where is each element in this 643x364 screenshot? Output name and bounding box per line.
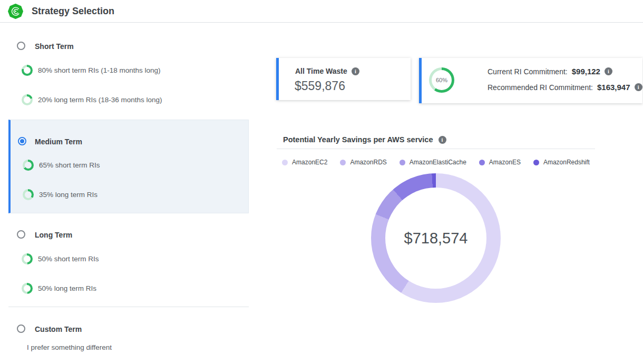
donut-center-total: $718,574 <box>371 173 501 303</box>
progress-ring-80 <box>22 65 33 76</box>
recommended-ri-commitment-value: $163,947 <box>597 83 630 92</box>
current-ri-commitment-value: $99,122 <box>572 67 600 76</box>
current-ri-commitment-label: Current RI Commitment: <box>488 67 568 76</box>
current-ri-commitment-row: Current RI Commitment: $99,122 i <box>488 67 612 76</box>
legend-dot <box>282 160 288 165</box>
legend-item-amazonec2[interactable]: AmazonEC2 <box>282 159 327 166</box>
progress-ring-50 <box>22 253 33 264</box>
split-label: 50% short term RIs <box>38 255 99 263</box>
long-term-split-row: 50% short term RIs <box>22 253 99 264</box>
cloudability-logo-icon <box>8 4 23 19</box>
page-title: Strategy Selection <box>32 0 114 22</box>
legend-item-amazones[interactable]: AmazonES <box>479 159 521 166</box>
all-time-waste-value: $559,876 <box>295 79 345 93</box>
utilization-percent-label: 60% <box>436 77 447 83</box>
radio-long-term[interactable] <box>17 230 25 239</box>
savings-donut-chart[interactable]: $718,574 <box>371 173 501 303</box>
sidebar-item-medium-term[interactable]: Medium Term <box>35 137 82 146</box>
split-label: 50% long term RIs <box>38 284 96 292</box>
selected-strategy-panel: Medium Term 65% short term RIs 35% long … <box>8 120 249 213</box>
sidebar-divider <box>8 307 249 307</box>
page-header: Strategy Selection <box>0 0 643 23</box>
recommended-ri-commitment-label: Recommended RI Commitment: <box>488 83 593 92</box>
strategy-selection-page: Strategy Selection Short Term 80% short … <box>0 0 643 364</box>
radio-custom-term[interactable] <box>17 324 25 333</box>
all-time-waste-card: All Time Waste i $559,876 <box>276 58 411 100</box>
chart-legend: AmazonEC2 AmazonRDS AmazonElastiCache Am… <box>277 159 595 166</box>
info-icon[interactable]: i <box>352 67 359 75</box>
radio-medium-term[interactable] <box>18 137 26 145</box>
split-label: 35% long term RIs <box>39 191 98 199</box>
progress-ring-50 <box>22 283 33 294</box>
info-icon[interactable]: i <box>635 83 642 91</box>
recommended-ri-commitment-row: Recommended RI Commitment: $163,947 i <box>488 83 642 92</box>
info-icon[interactable]: i <box>605 67 612 75</box>
radio-short-term[interactable] <box>17 42 25 50</box>
ri-commitment-card: 60% Current RI Commitment: $99,122 i Rec… <box>419 58 642 103</box>
legend-dot <box>479 160 485 165</box>
chart-divider <box>277 149 595 149</box>
sidebar-item-long-term[interactable]: Long Term <box>35 231 72 239</box>
chart-title: Potential Yearly Savings per AWS service <box>283 135 433 144</box>
legend-item-amazonelasticache[interactable]: AmazonElastiCache <box>400 159 466 166</box>
progress-ring-65 <box>23 160 34 171</box>
chart-title-row: Potential Yearly Savings per AWS service… <box>283 135 446 144</box>
progress-ring-20 <box>22 94 33 105</box>
info-icon[interactable]: i <box>439 136 446 144</box>
sidebar-item-short-term[interactable]: Short Term <box>35 42 74 51</box>
sidebar-item-custom-term[interactable]: Custom Term <box>35 325 82 333</box>
all-time-waste-label: All Time Waste <box>295 67 347 75</box>
short-term-split-row: 80% short term RIs (1-18 months long) <box>22 65 161 76</box>
split-label: 65% short term RIs <box>39 161 100 169</box>
progress-ring-35 <box>23 189 34 200</box>
medium-term-split-row: 65% short term RIs <box>23 160 100 171</box>
legend-item-amazonredshift[interactable]: AmazonRedshift <box>533 159 590 166</box>
legend-dot <box>340 160 346 165</box>
legend-dot <box>533 160 539 165</box>
short-term-split-row: 20% long term RIs (18-36 months long) <box>22 94 162 105</box>
split-label: 20% long term RIs (18-36 months long) <box>38 96 162 104</box>
legend-dot <box>400 160 405 165</box>
long-term-split-row: 50% long term RIs <box>22 283 96 294</box>
legend-item-amazonrds[interactable]: AmazonRDS <box>340 159 386 166</box>
utilization-ring: 60% <box>429 67 454 93</box>
medium-term-split-row: 35% long term RIs <box>23 189 98 200</box>
custom-term-description: I prefer something different <box>27 343 112 351</box>
split-label: 80% short term RIs (1-18 months long) <box>38 66 161 74</box>
